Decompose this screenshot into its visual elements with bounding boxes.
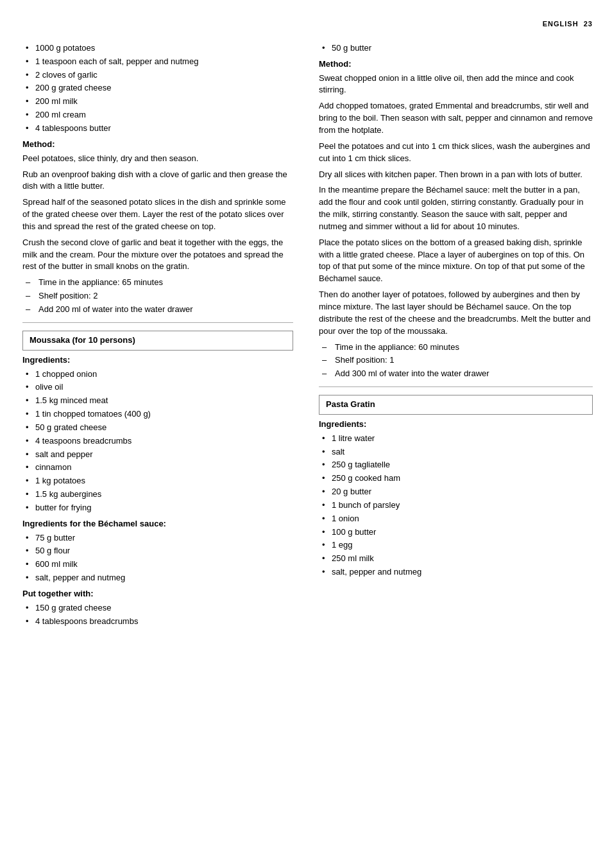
moussaka-title: Moussaka (for 10 persons) — [30, 335, 135, 345]
right-method-para-0: Sweat chopped onion in a little olive oi… — [319, 73, 593, 97]
bechamel-ingredients-list: 75 g butter 50 g flour 600 ml milk salt,… — [22, 532, 293, 584]
list-item: 20 g butter — [322, 486, 593, 498]
method-heading-right: Method: — [319, 58, 593, 71]
section-divider-right — [319, 386, 593, 387]
list-item: salt, pepper and nutmeg — [26, 572, 293, 584]
method-para-1: Rub an ovenproof baking dish with a clov… — [22, 169, 293, 193]
list-item: butter for frying — [26, 502, 293, 514]
first-ingredients-list: 1000 g potatoes 1 teaspoon each of salt,… — [22, 42, 293, 135]
right-method-para-4: In the meantime prepare the Béchamel sau… — [319, 184, 593, 232]
list-item: 1 chopped onion — [26, 369, 293, 381]
dash-item: Shelf position: 2 — [26, 290, 293, 302]
right-method-para-1: Add chopped tomatoes, grated Emmental an… — [319, 100, 593, 137]
list-item: 100 g butter — [322, 526, 593, 539]
put-together-heading: Put together with: — [22, 588, 293, 600]
page: ENGLISH 23 1000 g potatoes 1 teaspoon ea… — [0, 0, 612, 868]
list-item: 250 g cooked ham — [322, 473, 593, 485]
list-item: 50 g flour — [26, 545, 293, 557]
list-item: 600 ml milk — [26, 559, 293, 571]
dash-item: Time in the appliance: 65 minutes — [26, 277, 293, 289]
method-para-0: Peel potatoes, slice thinly, dry and the… — [22, 153, 293, 165]
dash-item: Shelf position: 1 — [322, 354, 593, 367]
method-para-2: Spread half of the seasoned potato slice… — [22, 196, 293, 233]
pasta-ingredients-heading: Ingredients: — [319, 419, 593, 431]
page-number: 23 — [584, 20, 593, 28]
list-item: 2 cloves of garlic — [26, 69, 293, 82]
pasta-section-box: Pasta Gratin — [319, 395, 593, 415]
section-divider-left — [22, 322, 293, 323]
list-item: 1 teaspoon each of salt, pepper and nutm… — [26, 56, 293, 68]
pasta-ingredients-list: 1 litre water salt 250 g tagliatelle 250… — [319, 433, 593, 578]
list-item: 250 g tagliatelle — [322, 459, 593, 471]
moussaka-ingredients-heading: Ingredients: — [22, 354, 293, 367]
list-item: 75 g butter — [26, 532, 293, 544]
list-item: 1 onion — [322, 513, 593, 525]
bechamel-heading: Ingredients for the Béchamel sauce: — [22, 518, 293, 530]
pasta-title: Pasta Gratin — [326, 399, 375, 409]
list-item: 1 litre water — [322, 433, 593, 445]
moussaka-ingredients-list: 1 chopped onion olive oil 1.5 kg minced … — [22, 369, 293, 514]
dash-item: Add 200 ml of water into the water drawe… — [26, 304, 293, 316]
method-heading-left: Method: — [22, 139, 293, 151]
list-item: cinnamon — [26, 462, 293, 474]
list-item: olive oil — [26, 381, 293, 394]
first-dash-list: Time in the appliance: 65 minutes Shelf … — [22, 277, 293, 316]
list-item: 1.5 kg minced meat — [26, 395, 293, 407]
list-item: 150 g grated cheese — [26, 602, 293, 614]
list-item: 1 egg — [322, 539, 593, 551]
list-item: 1 tin chopped tomatoes (400 g) — [26, 408, 293, 421]
put-together-list: 150 g grated cheese 4 tablespoons breadc… — [22, 602, 293, 628]
dash-item: Time in the appliance: 60 minutes — [322, 342, 593, 354]
list-item: salt and pepper — [26, 449, 293, 461]
list-item: 200 ml cream — [26, 109, 293, 121]
list-item: 50 g grated cheese — [26, 422, 293, 434]
list-item: salt, pepper and nutmeg — [322, 566, 593, 578]
list-item: 4 tablespoons breadcrumbs — [26, 616, 293, 628]
right-column: 50 g butter Method: Sweat chopped onion … — [306, 42, 612, 632]
list-item: 1.5 kg aubergines — [26, 489, 293, 501]
list-item: 4 teaspoons breadcrumbs — [26, 435, 293, 447]
list-item: salt — [322, 446, 593, 458]
list-item: 1000 g potatoes — [26, 42, 293, 55]
main-content: 1000 g potatoes 1 teaspoon each of salt,… — [0, 42, 612, 632]
left-column: 1000 g potatoes 1 teaspoon each of salt,… — [0, 42, 306, 632]
list-item: 50 g butter — [322, 42, 593, 55]
right-method-para-5: Place the potato slices on the bottom of… — [319, 237, 593, 285]
list-item: 200 ml milk — [26, 96, 293, 108]
list-item: 200 g grated cheese — [26, 82, 293, 94]
list-item: 4 tablespoons butter — [26, 123, 293, 135]
right-dash-list: Time in the appliance: 60 minutes Shelf … — [319, 342, 593, 381]
dash-item: Add 300 ml of water into the water drawe… — [322, 368, 593, 380]
list-item: 1 kg potatoes — [26, 475, 293, 487]
list-item: 1 bunch of parsley — [322, 499, 593, 512]
right-method-para-3: Dry all slices with kitchen paper. Then … — [319, 169, 593, 181]
right-first-ingredients: 50 g butter — [319, 42, 593, 55]
page-header: ENGLISH 23 — [0, 13, 612, 36]
method-para-3: Crush the second clove of garlic and bea… — [22, 237, 293, 273]
language-label: ENGLISH — [543, 20, 579, 28]
list-item: 250 ml milk — [322, 553, 593, 565]
right-method-para-6: Then do another layer of potatoes, follo… — [319, 289, 593, 337]
moussaka-section-box: Moussaka (for 10 persons) — [22, 331, 293, 351]
right-method-para-2: Peel the potatoes and cut into 1 cm thic… — [319, 141, 593, 165]
